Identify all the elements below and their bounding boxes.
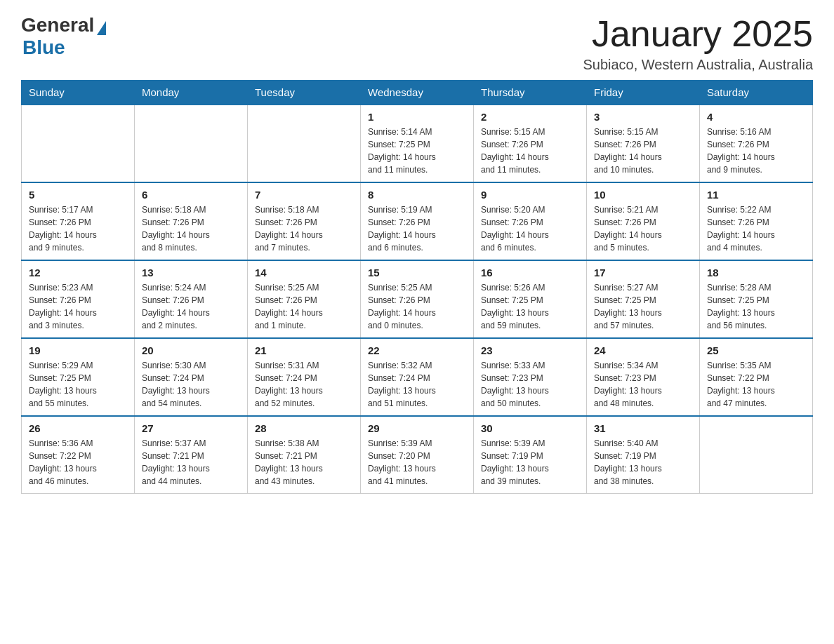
- calendar-week-row: 12Sunrise: 5:23 AMSunset: 7:26 PMDayligh…: [22, 260, 813, 338]
- table-row: 15Sunrise: 5:25 AMSunset: 7:26 PMDayligh…: [361, 260, 474, 338]
- day-info: Sunrise: 5:24 AMSunset: 7:26 PMDaylight:…: [142, 281, 240, 332]
- table-row: 19Sunrise: 5:29 AMSunset: 7:25 PMDayligh…: [22, 338, 135, 416]
- table-row: 6Sunrise: 5:18 AMSunset: 7:26 PMDaylight…: [135, 182, 248, 260]
- day-info: Sunrise: 5:38 AMSunset: 7:21 PMDaylight:…: [255, 437, 353, 488]
- header: General Blue January 2025 Subiaco, Weste…: [21, 14, 813, 73]
- day-number: 3: [594, 111, 692, 123]
- day-number: 24: [594, 344, 692, 356]
- day-info: Sunrise: 5:14 AMSunset: 7:25 PMDaylight:…: [368, 126, 466, 176]
- day-number: 22: [368, 344, 466, 356]
- table-row: 22Sunrise: 5:32 AMSunset: 7:24 PMDayligh…: [361, 338, 474, 416]
- day-info: Sunrise: 5:35 AMSunset: 7:22 PMDaylight:…: [707, 359, 805, 410]
- logo: General Blue: [21, 14, 106, 59]
- table-row: 25Sunrise: 5:35 AMSunset: 7:22 PMDayligh…: [700, 338, 813, 416]
- calendar-week-row: 19Sunrise: 5:29 AMSunset: 7:25 PMDayligh…: [22, 338, 813, 416]
- day-info: Sunrise: 5:18 AMSunset: 7:26 PMDaylight:…: [255, 203, 353, 254]
- day-info: Sunrise: 5:18 AMSunset: 7:26 PMDaylight:…: [142, 203, 240, 254]
- table-row: 21Sunrise: 5:31 AMSunset: 7:24 PMDayligh…: [248, 338, 361, 416]
- day-info: Sunrise: 5:22 AMSunset: 7:26 PMDaylight:…: [707, 203, 805, 254]
- day-number: 29: [368, 422, 466, 434]
- calendar-week-row: 5Sunrise: 5:17 AMSunset: 7:26 PMDaylight…: [22, 182, 813, 260]
- day-number: 10: [594, 189, 692, 201]
- table-row: 31Sunrise: 5:40 AMSunset: 7:19 PMDayligh…: [587, 416, 700, 494]
- day-info: Sunrise: 5:32 AMSunset: 7:24 PMDaylight:…: [368, 359, 466, 410]
- table-row: 18Sunrise: 5:28 AMSunset: 7:25 PMDayligh…: [700, 260, 813, 338]
- table-row: 30Sunrise: 5:39 AMSunset: 7:19 PMDayligh…: [474, 416, 587, 494]
- day-info: Sunrise: 5:33 AMSunset: 7:23 PMDaylight:…: [481, 359, 579, 410]
- day-number: 26: [29, 422, 127, 434]
- table-row: 3Sunrise: 5:15 AMSunset: 7:26 PMDaylight…: [587, 105, 700, 182]
- day-info: Sunrise: 5:39 AMSunset: 7:20 PMDaylight:…: [368, 437, 466, 488]
- day-info: Sunrise: 5:28 AMSunset: 7:25 PMDaylight:…: [707, 281, 805, 332]
- table-row: [248, 105, 361, 182]
- calendar-header-row: Sunday Monday Tuesday Wednesday Thursday…: [22, 81, 813, 105]
- table-row: 16Sunrise: 5:26 AMSunset: 7:25 PMDayligh…: [474, 260, 587, 338]
- day-number: 6: [142, 189, 240, 201]
- table-row: 27Sunrise: 5:37 AMSunset: 7:21 PMDayligh…: [135, 416, 248, 494]
- header-thursday: Thursday: [474, 81, 587, 105]
- day-info: Sunrise: 5:37 AMSunset: 7:21 PMDaylight:…: [142, 437, 240, 488]
- day-number: 31: [594, 422, 692, 434]
- day-number: 13: [142, 267, 240, 279]
- table-row: 10Sunrise: 5:21 AMSunset: 7:26 PMDayligh…: [587, 182, 700, 260]
- day-number: 16: [481, 267, 579, 279]
- table-row: 1Sunrise: 5:14 AMSunset: 7:25 PMDaylight…: [361, 105, 474, 182]
- day-info: Sunrise: 5:40 AMSunset: 7:19 PMDaylight:…: [594, 437, 692, 488]
- day-info: Sunrise: 5:36 AMSunset: 7:22 PMDaylight:…: [29, 437, 127, 488]
- day-info: Sunrise: 5:15 AMSunset: 7:26 PMDaylight:…: [594, 126, 692, 176]
- day-info: Sunrise: 5:29 AMSunset: 7:25 PMDaylight:…: [29, 359, 127, 410]
- day-number: 27: [142, 422, 240, 434]
- calendar-table: Sunday Monday Tuesday Wednesday Thursday…: [21, 80, 813, 494]
- table-row: 24Sunrise: 5:34 AMSunset: 7:23 PMDayligh…: [587, 338, 700, 416]
- header-friday: Friday: [587, 81, 700, 105]
- location-subtitle: Subiaco, Western Australia, Australia: [583, 57, 813, 73]
- day-info: Sunrise: 5:30 AMSunset: 7:24 PMDaylight:…: [142, 359, 240, 410]
- table-row: 17Sunrise: 5:27 AMSunset: 7:25 PMDayligh…: [587, 260, 700, 338]
- table-row: 14Sunrise: 5:25 AMSunset: 7:26 PMDayligh…: [248, 260, 361, 338]
- table-row: 13Sunrise: 5:24 AMSunset: 7:26 PMDayligh…: [135, 260, 248, 338]
- day-info: Sunrise: 5:16 AMSunset: 7:26 PMDaylight:…: [707, 126, 805, 176]
- calendar-week-row: 26Sunrise: 5:36 AMSunset: 7:22 PMDayligh…: [22, 416, 813, 494]
- day-info: Sunrise: 5:17 AMSunset: 7:26 PMDaylight:…: [29, 203, 127, 254]
- table-row: 28Sunrise: 5:38 AMSunset: 7:21 PMDayligh…: [248, 416, 361, 494]
- day-info: Sunrise: 5:23 AMSunset: 7:26 PMDaylight:…: [29, 281, 127, 332]
- header-tuesday: Tuesday: [248, 81, 361, 105]
- day-number: 19: [29, 344, 127, 356]
- header-monday: Monday: [135, 81, 248, 105]
- logo-triangle-icon: [97, 21, 106, 35]
- header-saturday: Saturday: [700, 81, 813, 105]
- day-number: 23: [481, 344, 579, 356]
- table-row: 12Sunrise: 5:23 AMSunset: 7:26 PMDayligh…: [22, 260, 135, 338]
- day-number: 20: [142, 344, 240, 356]
- day-number: 15: [368, 267, 466, 279]
- calendar-week-row: 1Sunrise: 5:14 AMSunset: 7:25 PMDaylight…: [22, 105, 813, 182]
- day-number: 5: [29, 189, 127, 201]
- day-info: Sunrise: 5:21 AMSunset: 7:26 PMDaylight:…: [594, 203, 692, 254]
- header-wednesday: Wednesday: [361, 81, 474, 105]
- header-sunday: Sunday: [22, 81, 135, 105]
- day-number: 11: [707, 189, 805, 201]
- table-row: 29Sunrise: 5:39 AMSunset: 7:20 PMDayligh…: [361, 416, 474, 494]
- day-number: 18: [707, 267, 805, 279]
- table-row: 20Sunrise: 5:30 AMSunset: 7:24 PMDayligh…: [135, 338, 248, 416]
- day-info: Sunrise: 5:34 AMSunset: 7:23 PMDaylight:…: [594, 359, 692, 410]
- logo-general-text: General: [21, 14, 94, 36]
- day-number: 2: [481, 111, 579, 123]
- table-row: 26Sunrise: 5:36 AMSunset: 7:22 PMDayligh…: [22, 416, 135, 494]
- day-number: 25: [707, 344, 805, 356]
- day-info: Sunrise: 5:31 AMSunset: 7:24 PMDaylight:…: [255, 359, 353, 410]
- day-info: Sunrise: 5:20 AMSunset: 7:26 PMDaylight:…: [481, 203, 579, 254]
- logo-blue-text: Blue: [22, 36, 65, 58]
- day-info: Sunrise: 5:27 AMSunset: 7:25 PMDaylight:…: [594, 281, 692, 332]
- day-number: 21: [255, 344, 353, 356]
- day-number: 14: [255, 267, 353, 279]
- day-number: 30: [481, 422, 579, 434]
- day-info: Sunrise: 5:26 AMSunset: 7:25 PMDaylight:…: [481, 281, 579, 332]
- title-area: January 2025 Subiaco, Western Australia,…: [583, 14, 813, 73]
- day-info: Sunrise: 5:15 AMSunset: 7:26 PMDaylight:…: [481, 126, 579, 176]
- day-info: Sunrise: 5:25 AMSunset: 7:26 PMDaylight:…: [368, 281, 466, 332]
- day-number: 12: [29, 267, 127, 279]
- table-row: 11Sunrise: 5:22 AMSunset: 7:26 PMDayligh…: [700, 182, 813, 260]
- table-row: 4Sunrise: 5:16 AMSunset: 7:26 PMDaylight…: [700, 105, 813, 182]
- day-number: 4: [707, 111, 805, 123]
